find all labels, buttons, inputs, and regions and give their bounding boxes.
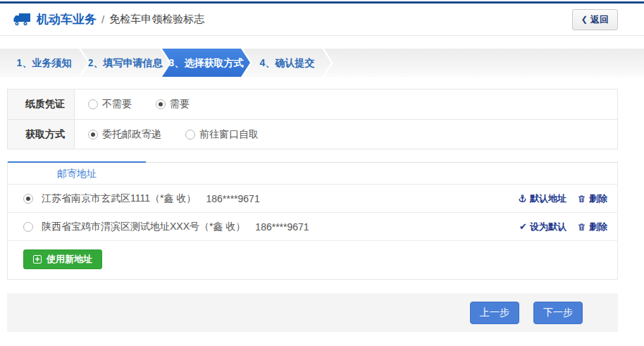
address-2-text: 陕西省宝鸡市渭滨区测试地址XXX号（*鑫 收） [42,221,245,233]
back-chevron-icon: ❮ [581,15,588,24]
address-2-actions: ✔ 设为默认 删除 [519,221,607,233]
mailing-address-header: 邮寄地址 [8,161,617,184]
default-address-label: 默认地址 [530,192,566,205]
radio-postal-delivery[interactable] [88,130,98,140]
tab-mailing-address[interactable]: 邮寄地址 [8,161,146,184]
delivery-method-row: 获取方式 委托邮政寄递 前往窗口自取 [8,119,617,149]
tab-step-4[interactable]: 4、确认提交 [243,49,331,77]
page-title: 机动车业务 [37,11,97,27]
address-row-2: 陕西省宝鸡市渭滨区测试地址XXX号（*鑫 收） 186****9671 ✔ 设为… [8,212,617,240]
breadcrumb-separator: / [101,13,104,25]
set-default-label: 设为默认 [530,221,566,233]
address-1-text: 江苏省南京市玄武区1111（*鑫 收） [42,192,196,205]
default-address-action[interactable]: 默认地址 [518,192,566,205]
address-1-actions: 默认地址 删除 [518,192,607,205]
delete-address-1-label: 删除 [589,192,607,205]
footer-bar: 上一步 下一步 [7,293,618,332]
breadcrumb: 免检车申领检验标志 [109,13,204,26]
delivery-method-options: 委托邮政寄递 前往窗口自取 [75,120,283,149]
new-address-row: + 使用新地址 [8,240,617,279]
trash-icon [577,222,586,232]
option-postal-delivery-label: 委托邮政寄递 [102,128,161,141]
paper-voucher-options: 不需要 需要 [75,89,213,119]
step-tabs: 1、业务须知 2、填写申请信息 3、选择获取方式 4、确认提交 [0,49,644,77]
tab-step-1[interactable]: 1、业务须知 [0,49,88,77]
new-address-button[interactable]: + 使用新地址 [23,249,102,269]
option-window-pickup-label: 前往窗口自取 [199,128,259,141]
previous-step-button[interactable]: 上一步 [470,302,519,324]
option-no-need[interactable]: 不需要 [88,98,132,111]
address-row-1: 江苏省南京市玄武区1111（*鑫 收） 186****9671 默认地址 [8,184,617,212]
paper-voucher-row: 纸质凭证 不需要 需要 [8,89,617,119]
radio-no-need[interactable] [88,99,98,109]
new-address-button-label: 使用新地址 [47,253,92,266]
tab-step-2[interactable]: 2、填写申请信息 [81,49,169,77]
mailing-address-panel: 邮寄地址 江苏省南京市玄武区1111（*鑫 收） 186****9671 默认地… [7,161,618,280]
address-2-phone: 186****9671 [255,221,309,233]
delete-address-1-action[interactable]: 删除 [577,192,607,205]
option-need[interactable]: 需要 [156,98,190,111]
check-icon: ✔ [519,221,527,232]
delete-address-2-action[interactable]: 删除 [577,221,607,233]
paper-voucher-label: 纸质凭证 [8,89,75,119]
header: 机动车业务 / 免检车申领检验标志 ❮ 返回 [0,4,644,36]
back-button-label: 返回 [590,13,609,26]
next-step-button[interactable]: 下一步 [533,302,583,324]
mailing-address-header-rest [146,162,617,184]
option-postal-delivery[interactable]: 委托邮政寄递 [88,128,161,141]
address-2-radio[interactable] [23,222,33,232]
delivery-form: 纸质凭证 不需要 需要 获取方式 委托邮政寄递 前往窗口自取 [7,89,618,149]
radio-need[interactable] [156,99,166,109]
tab-step-3[interactable]: 3、选择获取方式 [162,49,250,77]
back-button[interactable]: ❮ 返回 [572,9,618,30]
option-no-need-label: 不需要 [102,98,132,111]
radio-window-pickup[interactable] [185,130,195,140]
step-tabs-filler [324,49,644,77]
plus-icon: + [33,255,42,264]
truck-icon [13,13,31,26]
delivery-method-label: 获取方式 [8,120,75,149]
address-1-radio[interactable] [23,194,33,204]
address-1-phone: 186****9671 [206,193,259,204]
option-window-pickup[interactable]: 前往窗口自取 [185,128,259,141]
anchor-icon [518,194,527,204]
delete-address-2-label: 删除 [589,221,607,233]
option-need-label: 需要 [170,98,190,111]
set-default-action[interactable]: ✔ 设为默认 [519,221,566,233]
trash-icon [577,194,586,204]
